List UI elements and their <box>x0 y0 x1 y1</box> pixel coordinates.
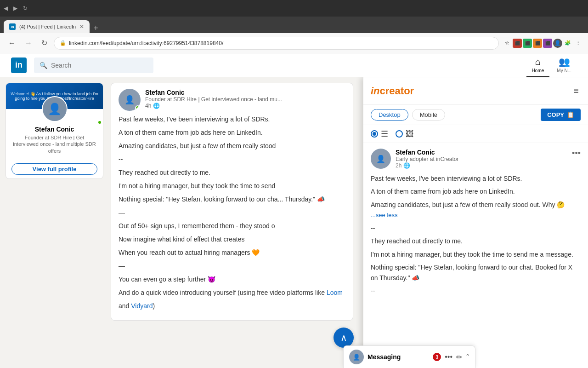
back-button[interactable]: ← <box>6 37 18 49</box>
post-line-11: You can even go a step further 😈 <box>119 275 345 284</box>
messaging-badge: 3 <box>433 353 441 361</box>
profile-icon[interactable]: 👤 <box>553 39 562 48</box>
linkedin-logo: in <box>11 58 27 73</box>
ext3-icon[interactable]: ⬛ <box>533 39 542 48</box>
search-bar[interactable]: 🔍 <box>34 58 153 73</box>
loom-link[interactable]: Loom <box>327 289 343 296</box>
increator-toolbar: Desktop Mobile COPY 📋 <box>363 105 588 125</box>
post-line-12: And do a quick video introducing yoursel… <box>119 288 345 298</box>
format-text-option[interactable]: ☰ <box>371 129 388 139</box>
new-tab-button[interactable]: + <box>90 23 102 33</box>
image-format-icon: 🖼 <box>406 129 414 139</box>
post-author-avatar: 👤 <box>119 89 141 111</box>
see-less-button[interactable]: ...see less <box>371 212 398 218</box>
browser-titlebar: ◀ ▶ ↻ <box>0 0 588 17</box>
increator-logo-creator: creator <box>380 85 414 97</box>
preview-line-4: -- <box>371 223 581 233</box>
bookmark-icon[interactable]: ☆ <box>503 39 512 48</box>
post-line-9: Now imagine what kind of effect that cre… <box>119 235 345 244</box>
preview-author-name: Stefan Conic <box>396 149 567 156</box>
increator-panel: increator ≡ Desktop Mobile COPY 📋 ☰ 🖼 <box>363 77 588 368</box>
profile-title: Founder at SDR Hire | Get interviewed on… <box>11 134 97 154</box>
ext2-icon[interactable]: ⬛ <box>523 39 532 48</box>
post-author-online <box>135 105 141 111</box>
browser-address-bar-container: ← → ↻ 🔒 linkedin.com/feed/update/urn:li:… <box>0 33 588 53</box>
post-line-8: Out of 50+ sign ups, I remembered them -… <box>119 221 345 231</box>
scroll-to-top-button[interactable]: ∧ <box>334 328 354 348</box>
preview-line-8: -- <box>371 286 581 296</box>
messaging-actions: ••• ✏ ˄ <box>445 353 469 362</box>
messaging-compose-button[interactable]: ✏ <box>456 353 462 362</box>
post-author-title: Founder at SDR Hire | Get interviewed on… <box>145 96 345 103</box>
messaging-widget: 👤 Messaging 3 ••• ✏ ˄ <box>343 345 475 368</box>
preview-post-meta: 2h 🌐 <box>396 162 567 169</box>
preview-time: 2h <box>396 162 401 169</box>
preview-author-row: 👤 Stefan Conic Early adopter at inCreato… <box>371 149 581 169</box>
messaging-label: Messaging <box>368 353 429 361</box>
preview-line-6: I'm not a hiring manager, but they took … <box>371 249 581 259</box>
format-text-radio[interactable] <box>371 130 378 138</box>
mobile-toggle-button[interactable]: Mobile <box>412 109 445 121</box>
preview-author-avatar: 👤 <box>371 149 391 169</box>
nav-my-network[interactable]: 👥 My N... <box>551 53 577 77</box>
address-bar[interactable]: 🔒 linkedin.com/feed/update/urn:li:activi… <box>54 37 499 50</box>
post-header: 👤 Stefan Conic Founder at SDR Hire | Get… <box>111 83 353 115</box>
tab-title: (4) Post | Feed | LinkedIn <box>19 24 76 29</box>
copy-label: COPY <box>547 111 564 118</box>
preview-post: 👤 Stefan Conic Early adopter at inCreato… <box>363 143 588 304</box>
post-line-1: Past few weeks, I've been interviewing a… <box>119 115 345 124</box>
increator-header: increator ≡ <box>363 77 588 105</box>
reload-button[interactable]: ↻ <box>39 37 50 49</box>
post-content: Past few weeks, I've been interviewing a… <box>111 115 353 320</box>
preview-post-text: Past few weeks, I've been interviewing a… <box>371 173 581 296</box>
preview-line-5: They reached out directly to me. <box>371 236 581 246</box>
profile-avatar-area: 👤 <box>6 96 103 126</box>
post-globe-icon: 🌐 <box>153 103 160 109</box>
view-full-profile-button[interactable]: View full profile <box>11 163 97 175</box>
messaging-more-button[interactable]: ••• <box>445 353 452 361</box>
home-icon: ⌂ <box>535 57 541 67</box>
linkedin-nav: ⌂ Home 👥 My N... <box>526 53 577 77</box>
preview-author-subtitle: Early adopter at inCreator <box>396 156 567 162</box>
messaging-header[interactable]: 👤 Messaging 3 ••• ✏ ˄ <box>344 346 475 368</box>
forward-button[interactable]: → <box>22 37 35 49</box>
preview-line-1: Past few weeks, I've been interviewing a… <box>371 173 581 184</box>
post-meta: 4h 🌐 <box>145 103 345 109</box>
active-tab[interactable]: in (4) Post | Feed | LinkedIn ✕ <box>4 20 90 33</box>
extensions-icon[interactable]: 🧩 <box>563 39 572 48</box>
text-format-icon: ☰ <box>381 129 388 139</box>
menu-icon[interactable]: ⋮ <box>573 39 582 48</box>
preview-line-3: Amazing candidates, but just a few of th… <box>371 200 581 220</box>
preview-line-7: Nothing special: "Hey Stefan, looking fo… <box>371 262 581 283</box>
increator-logo: increator <box>371 85 414 97</box>
post-author-info: Stefan Conic Founder at SDR Hire | Get i… <box>145 89 345 109</box>
page-content: Welcome! 👋 As I follow you how to land j… <box>0 77 588 368</box>
search-icon: 🔍 <box>40 62 47 69</box>
post-line-dash: — <box>119 208 345 218</box>
hamburger-menu-button[interactable]: ≡ <box>571 84 581 98</box>
ext1-icon[interactable]: ⬛ <box>513 39 522 48</box>
chevron-up-icon: ∧ <box>340 332 347 343</box>
search-input[interactable] <box>51 62 148 69</box>
increator-logo-in: in <box>371 85 380 97</box>
post-line-10: When you reach out to actual hiring mana… <box>119 248 345 258</box>
vidyard-link[interactable]: Vidyard <box>131 302 153 310</box>
post-line-4: -- <box>119 155 345 164</box>
ext4-icon[interactable]: ⬛ <box>543 39 552 48</box>
copy-button[interactable]: COPY 📋 <box>541 109 581 121</box>
copy-icon: 📋 <box>567 111 574 118</box>
network-icon: 👥 <box>559 56 570 67</box>
profile-avatar: 👤 <box>42 96 68 122</box>
nav-home[interactable]: ⌂ Home <box>526 53 550 77</box>
messaging-avatar: 👤 <box>349 350 364 364</box>
preview-globe-icon: 🌐 <box>403 162 410 169</box>
format-image-radio[interactable] <box>396 130 403 138</box>
preview-author-info: Stefan Conic Early adopter at inCreator … <box>396 149 567 169</box>
desktop-toggle-button[interactable]: Desktop <box>371 109 408 121</box>
close-tab-button[interactable]: ✕ <box>79 23 84 30</box>
messaging-collapse-button[interactable]: ˄ <box>466 353 469 362</box>
preview-post-options-button[interactable]: ••• <box>572 149 581 158</box>
nav-my-network-label: My N... <box>557 68 571 73</box>
post-line-6: I'm not a hiring manager, but they took … <box>119 181 345 191</box>
format-image-option[interactable]: 🖼 <box>396 129 414 139</box>
